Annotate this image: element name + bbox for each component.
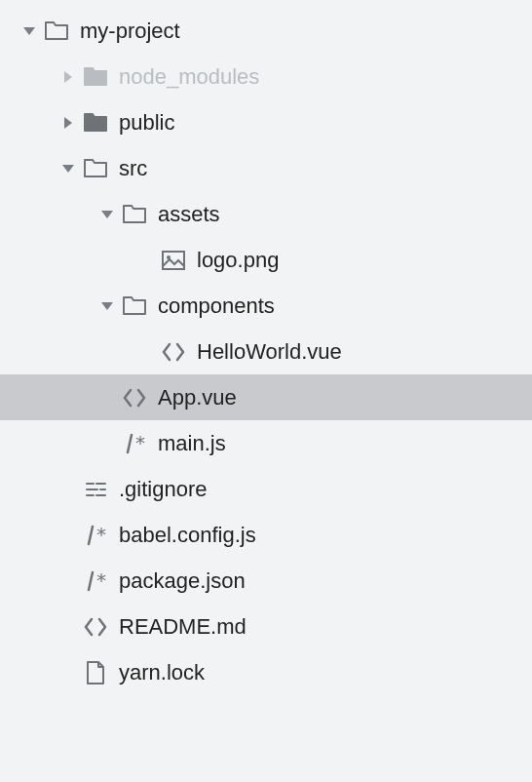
file-tree: my-projectnode_modulespublicsrcassetslog…	[0, 8, 532, 695]
tree-item[interactable]: babel.config.js	[0, 512, 532, 558]
tree-item[interactable]: src	[0, 145, 532, 191]
tree-item-label: README.md	[119, 604, 247, 649]
tree-item[interactable]: App.vue	[0, 374, 532, 420]
tree-item-label: assets	[158, 191, 220, 237]
tree-item[interactable]: public	[0, 99, 532, 145]
tree-item[interactable]: main.js	[0, 420, 532, 466]
tree-item-label: main.js	[158, 420, 226, 466]
comment-icon	[82, 522, 109, 549]
tree-item-label: my-project	[80, 8, 180, 54]
tree-item[interactable]: assets	[0, 191, 532, 237]
chevron-down-icon[interactable]	[99, 298, 115, 314]
tree-item-label: App.vue	[158, 374, 237, 420]
folder-closed-icon	[82, 109, 109, 137]
image-icon	[160, 247, 187, 274]
chevron-right-icon[interactable]	[60, 69, 76, 85]
comment-icon	[121, 430, 148, 457]
tree-item[interactable]: logo.png	[0, 237, 532, 283]
folder-open-icon	[82, 155, 109, 182]
tree-item-label: public	[119, 99, 174, 145]
tree-item[interactable]: .gitignore	[0, 466, 532, 512]
tree-item-label: components	[158, 283, 275, 329]
tree-item[interactable]: HelloWorld.vue	[0, 329, 532, 374]
chevron-down-icon[interactable]	[60, 161, 76, 176]
tree-item-label: node_modules	[119, 54, 259, 99]
comment-icon	[82, 567, 109, 595]
tree-item[interactable]: node_modules	[0, 54, 532, 99]
code-icon	[82, 613, 109, 641]
tree-item-label: logo.png	[197, 237, 279, 283]
tree-item[interactable]: package.json	[0, 558, 532, 604]
file-icon	[82, 659, 109, 686]
chevron-down-icon[interactable]	[99, 207, 115, 222]
chevron-right-icon[interactable]	[60, 115, 76, 131]
folder-open-icon	[121, 201, 148, 228]
tree-item-label: babel.config.js	[119, 512, 256, 558]
tree-item-label: package.json	[119, 558, 246, 604]
tree-item[interactable]: README.md	[0, 604, 532, 649]
code-icon	[160, 338, 187, 366]
folder-open-icon	[121, 293, 148, 320]
tree-item-label: .gitignore	[119, 466, 208, 512]
folder-closed-icon	[82, 63, 109, 91]
folder-open-icon	[43, 18, 70, 45]
gitignore-icon	[82, 476, 109, 503]
chevron-down-icon[interactable]	[21, 23, 37, 39]
tree-item[interactable]: my-project	[0, 8, 532, 54]
tree-item[interactable]: yarn.lock	[0, 649, 532, 695]
code-icon	[121, 384, 148, 411]
tree-item[interactable]: components	[0, 283, 532, 329]
tree-item-label: yarn.lock	[119, 649, 205, 695]
tree-item-label: src	[119, 145, 147, 191]
tree-item-label: HelloWorld.vue	[197, 329, 342, 374]
